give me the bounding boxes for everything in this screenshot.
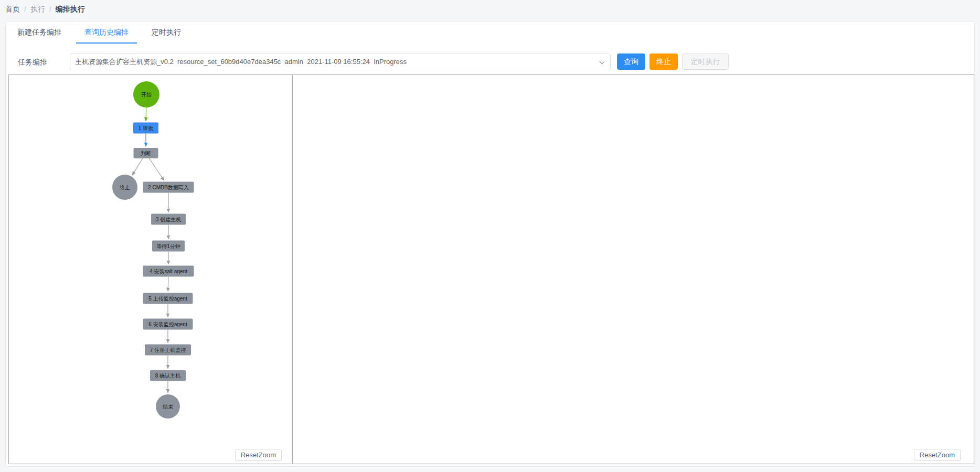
flow-edge-salt-upload bbox=[168, 277, 168, 292]
flow-node-start[interactable]: 开始 bbox=[133, 81, 159, 108]
svg-text:6 安装监控agent: 6 安装监控agent bbox=[148, 321, 187, 327]
reset-zoom-button-right[interactable]: ResetZoom bbox=[914, 449, 961, 461]
reset-zoom-button-left[interactable]: ResetZoom bbox=[235, 449, 282, 461]
flow-node-create[interactable]: 3 创建主机 bbox=[151, 214, 186, 225]
flow-node-monitor[interactable]: 6 安装监控agent bbox=[143, 319, 193, 330]
detail-pane[interactable]: ResetZoom bbox=[293, 75, 974, 464]
flow-node-salt[interactable]: 4 安装salt agent bbox=[143, 266, 194, 277]
svg-text:2 CMDB数据写入: 2 CMDB数据写入 bbox=[148, 185, 189, 190]
tab-query-history[interactable]: 查询历史编排 bbox=[76, 22, 137, 44]
tab-scheduled-execution[interactable]: 定时执行 bbox=[143, 22, 189, 44]
svg-text:开始: 开始 bbox=[141, 92, 152, 98]
svg-text:判断: 判断 bbox=[141, 151, 151, 156]
schedule-button: 定时执行 bbox=[682, 53, 729, 70]
breadcrumb-separator: / bbox=[24, 5, 26, 14]
main-card: 新建任务编排 查询历史编排 定时执行 任务编排 主机资源集合扩容主机资源_v0.… bbox=[5, 22, 975, 467]
svg-text:终止: 终止 bbox=[120, 185, 130, 190]
task-orchestration-label: 任务编排 bbox=[18, 53, 47, 70]
flow-node-cmdb[interactable]: 2 CMDB数据写入 bbox=[143, 182, 194, 193]
chart-area: 开始1 审批判断终止2 CMDB数据写入3 创建主机等待1分钟4 安装salt … bbox=[8, 74, 974, 464]
query-button[interactable]: 查询 bbox=[617, 53, 645, 70]
flowchart-svg[interactable]: 开始1 审批判断终止2 CMDB数据写入3 创建主机等待1分钟4 安装salt … bbox=[9, 75, 292, 464]
svg-text:4 安装salt agent: 4 安装salt agent bbox=[150, 269, 187, 274]
task-select[interactable]: 主机资源集合扩容主机资源_v0.2 resource_set_60b9d40e7… bbox=[70, 53, 611, 70]
breadcrumb-separator: / bbox=[49, 5, 51, 14]
svg-text:8 确认主机: 8 确认主机 bbox=[155, 373, 180, 379]
terminate-button[interactable]: 终止 bbox=[649, 53, 678, 70]
svg-text:等待1分钟: 等待1分钟 bbox=[156, 243, 180, 249]
task-select-value: 主机资源集合扩容主机资源_v0.2 resource_set_60b9d40e7… bbox=[75, 57, 407, 67]
flowchart-pane[interactable]: 开始1 审批判断终止2 CMDB数据写入3 创建主机等待1分钟4 安装salt … bbox=[9, 75, 293, 464]
svg-text:1 审批: 1 审批 bbox=[139, 125, 153, 131]
svg-text:结束: 结束 bbox=[163, 404, 173, 410]
breadcrumb: 首页 / 执行 / 编排执行 bbox=[5, 5, 85, 14]
breadcrumb-home[interactable]: 首页 bbox=[5, 5, 20, 14]
svg-text:7 注册主机监控: 7 注册主机监控 bbox=[150, 347, 186, 353]
breadcrumb-execute[interactable]: 执行 bbox=[30, 5, 45, 14]
tab-bar: 新建任务编排 查询历史编排 定时执行 bbox=[6, 22, 974, 44]
flow-node-approve[interactable]: 1 审批 bbox=[133, 123, 158, 134]
svg-text:3 创建主机: 3 创建主机 bbox=[156, 217, 181, 222]
flow-node-stop[interactable]: 终止 bbox=[112, 175, 137, 200]
tab-new-orchestration[interactable]: 新建任务编排 bbox=[9, 22, 70, 44]
flow-node-upload[interactable]: 5 上传监控agent bbox=[143, 293, 193, 304]
flow-node-confirm[interactable]: 8 确认主机 bbox=[150, 370, 186, 381]
svg-text:5 上传监控agent: 5 上传监控agent bbox=[148, 296, 187, 302]
chevron-down-icon bbox=[600, 59, 605, 65]
flow-edge-decision-cmdb bbox=[150, 158, 164, 180]
task-form-row: 任务编排 主机资源集合扩容主机资源_v0.2 resource_set_60b9… bbox=[6, 53, 974, 70]
flow-node-register[interactable]: 7 注册主机监控 bbox=[145, 345, 191, 356]
flow-edge-decision-stop bbox=[132, 158, 143, 175]
flow-node-wait[interactable]: 等待1分钟 bbox=[152, 241, 185, 252]
breadcrumb-current: 编排执行 bbox=[56, 5, 85, 14]
flow-node-decision[interactable]: 判断 bbox=[134, 148, 158, 158]
flow-node-end[interactable]: 结束 bbox=[156, 394, 180, 419]
